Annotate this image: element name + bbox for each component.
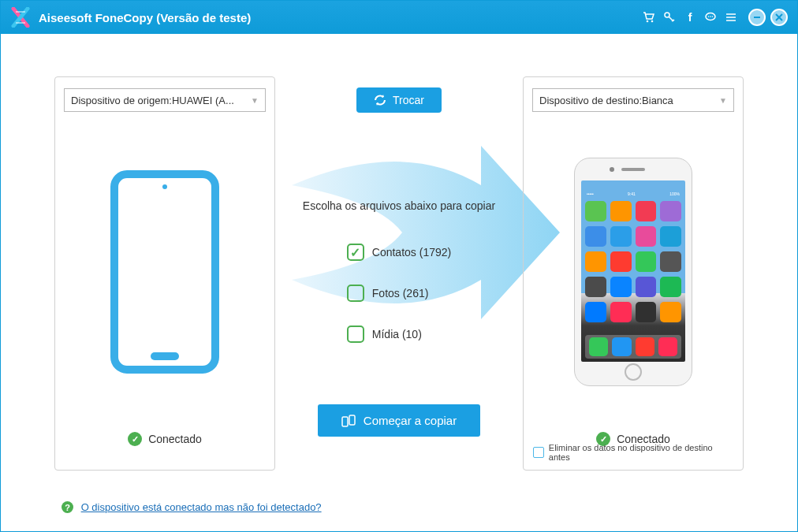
swap-label: Trocar <box>393 94 424 106</box>
swap-button[interactable]: Trocar <box>356 87 442 113</box>
svg-point-11 <box>162 184 167 189</box>
eliminate-label: Eliminar os datos no dispositivo de dest… <box>549 443 733 462</box>
chevron-down-icon: ▼ <box>719 96 727 105</box>
source-phone-icon <box>110 169 220 374</box>
minimize-button[interactable] <box>748 9 766 26</box>
svg-point-6 <box>712 16 714 17</box>
svg-point-1 <box>651 20 654 23</box>
eliminate-option[interactable]: Eliminar os datos no dispositivo de dest… <box>533 443 733 462</box>
option-photos[interactable]: Fotos (261) <box>347 285 429 302</box>
source-phone-area <box>65 112 265 432</box>
svg-rect-14 <box>349 415 355 425</box>
copy-label: Começar a copiar <box>364 414 457 427</box>
main-content: Dispositivo de origem:HUAWEI (A... ▼ ✓ C… <box>1 34 797 471</box>
help-link-area: ? O dispositivo está conectado mas não f… <box>62 501 322 514</box>
checkbox-icon <box>533 447 544 458</box>
svg-rect-13 <box>342 417 348 426</box>
svg-rect-12 <box>151 352 179 360</box>
target-device-dropdown[interactable]: Dispositivo de destino:Bianca ▼ <box>532 88 734 112</box>
swap-icon <box>374 94 386 106</box>
svg-point-5 <box>710 16 711 17</box>
options-list: Contatos (1792) Fotos (261) Mídia (10) <box>347 244 451 343</box>
option-contacts-label: Contatos (1792) <box>372 246 451 259</box>
source-device-label: Dispositivo de origem:HUAWEI (A... <box>71 95 234 106</box>
option-contacts[interactable]: Contatos (1792) <box>347 244 451 261</box>
source-status: ✓ Conectado <box>128 432 202 446</box>
target-phone-illustration: •••••9:41100% <box>574 158 692 386</box>
option-media-label: Mídia (10) <box>372 328 422 340</box>
help-icon: ? <box>62 501 73 513</box>
instruction-text: Escolha os arquivos abaixo para copiar <box>303 199 495 212</box>
copy-icon <box>341 415 356 427</box>
facebook-icon[interactable]: f <box>684 11 696 24</box>
check-icon: ✓ <box>128 432 142 446</box>
window-buttons <box>748 9 788 26</box>
center-panel: Trocar Escolha os arquivos abaixo para c… <box>291 76 507 471</box>
option-photos-label: Fotos (261) <box>372 287 429 299</box>
svg-rect-10 <box>114 174 215 370</box>
menu-icon[interactable] <box>725 11 737 24</box>
source-device-dropdown[interactable]: Dispositivo de origem:HUAWEI (A... ▼ <box>64 88 266 112</box>
app-logo-icon <box>10 7 31 28</box>
source-status-label: Conectado <box>148 433 202 445</box>
checkbox-checked-icon <box>347 244 364 261</box>
svg-point-0 <box>647 20 649 23</box>
option-media[interactable]: Mídia (10) <box>347 326 422 343</box>
checkbox-icon <box>347 285 364 302</box>
cart-icon[interactable] <box>643 11 655 24</box>
target-panel: Dispositivo de destino:Bianca ▼ •••••9:4… <box>523 76 744 471</box>
close-button[interactable] <box>770 9 788 26</box>
checkbox-icon <box>347 326 364 343</box>
svg-point-4 <box>708 16 710 17</box>
help-link[interactable]: O dispositivo está conectado mas não foi… <box>81 501 322 513</box>
target-device-label: Dispositivo de destino:Bianca <box>539 95 673 106</box>
titlebar: Aiseesoft FoneCopy (Versão de teste) f <box>1 1 797 34</box>
app-title: Aiseesoft FoneCopy (Versão de teste) <box>39 11 643 24</box>
chat-icon[interactable] <box>704 11 717 24</box>
chevron-down-icon: ▼ <box>251 96 259 105</box>
titlebar-icons: f <box>643 11 737 24</box>
target-phone-area: •••••9:41100% <box>533 112 733 432</box>
key-icon[interactable] <box>663 11 676 24</box>
start-copy-button[interactable]: Começar a copiar <box>318 404 480 437</box>
source-panel: Dispositivo de origem:HUAWEI (A... ▼ ✓ C… <box>54 76 275 471</box>
